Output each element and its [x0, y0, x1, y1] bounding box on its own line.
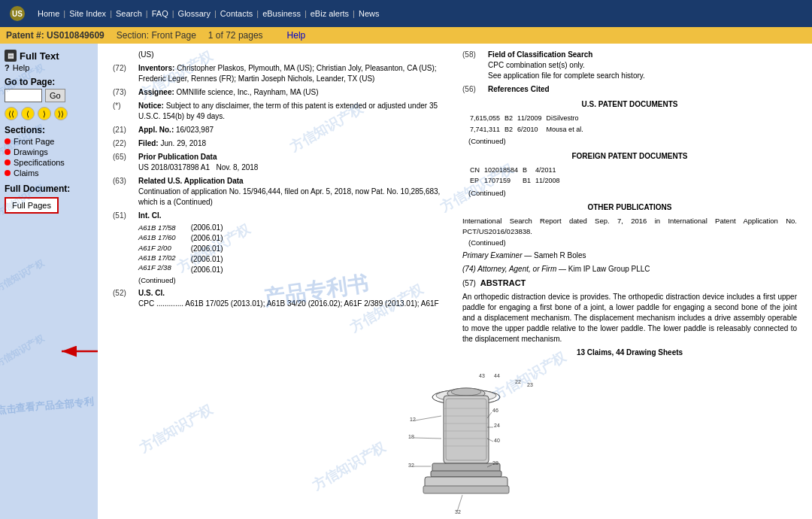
sections-label: Sections: — [5, 125, 93, 135]
svg-text:28: 28 — [492, 460, 498, 466]
us-refs-continued: (Continued) — [468, 136, 797, 146]
sidebar-item-claims[interactable]: Claims — [5, 168, 93, 178]
nav-first-arrow[interactable]: ⟨⟨ — [5, 107, 18, 120]
attorney-name: Kim IP Law Group PLLC — [568, 265, 650, 273]
foreign-ref-row-0: CN 102018584 B 4/2011 — [470, 166, 563, 176]
nav-links: Home | Site Index | Search | FAQ | Gloss… — [35, 9, 382, 18]
assignee-row: (73) Assignee: OMNIlife science, Inc., R… — [113, 87, 447, 98]
sidebar-item-drawings[interactable]: Drawings — [5, 147, 93, 156]
patent-left-col: (US) (72) Inventors: Christopher Plaskos… — [113, 50, 447, 361]
foreign-num-0: 102018584 — [484, 166, 521, 176]
goto-button[interactable]: Go — [45, 89, 65, 102]
inventors-row: (72) Inventors: Christopher Plaskos, Ply… — [113, 63, 447, 84]
nav-next-arrow[interactable]: ⟩ — [38, 107, 51, 120]
refs-num: (56) — [462, 84, 483, 95]
abstract-num: (57) — [462, 278, 476, 289]
field-search-num: (58) — [462, 50, 483, 81]
foreign-country-1: EP — [470, 177, 483, 187]
nav-last-arrow[interactable]: ⟩⟩ — [54, 107, 68, 120]
nav-faq[interactable]: FAQ — [149, 9, 171, 18]
examiner-row: Primary Examiner — Sameh R Boles — [462, 250, 797, 261]
rel-app-content: Related U.S. Application Data Continuati… — [138, 176, 447, 208]
int-cl-code-3: A61B 17/02 — [138, 253, 176, 263]
appl-num: (21) — [113, 125, 134, 135]
svg-text:US: US — [12, 10, 23, 18]
sidebar: 方信知识产权 方信知识产权 方信知识产权 方信知识产权 方信知识产权 ▤ Ful… — [0, 44, 98, 519]
header-help-link[interactable]: Help — [287, 30, 306, 41]
full-pages-button[interactable]: Full Pages — [5, 197, 59, 214]
appl-content: Appl. No.: 16/023,987 — [138, 125, 447, 135]
foreign-type-1: B1 — [523, 177, 534, 187]
sidebar-item-specifications[interactable]: Specifications — [5, 158, 93, 167]
int-cl-content: Int. Cl. A61B 17/58 A61B 17/60 A61F 2/00… — [138, 211, 447, 285]
field-search-text: CPC combination set(s) only. — [488, 61, 585, 69]
nav-news[interactable]: News — [356, 9, 383, 18]
foreign-date-1: 11/2008 — [535, 177, 563, 187]
prior-pub-date: Nov. 8, 2018 — [216, 163, 258, 171]
int-cl-year-2: (2006.01) — [191, 244, 223, 254]
us-cl-content: U.S. Cl. CPC ............. A61B 17/025 (… — [138, 288, 447, 309]
int-cl-classes: A61B 17/58 A61B 17/60 A61F 2/00 A61B 17/… — [138, 223, 447, 275]
patent-content: (US) (72) Inventors: Christopher Plaskos… — [113, 44, 797, 519]
us-ref-num-1: 7,741,311 — [470, 126, 503, 135]
int-cl-row: (51) Int. Cl. A61B 17/58 A61B 17/60 A61F… — [113, 211, 447, 285]
abstract-title: ABSTRACT — [480, 278, 526, 289]
int-cl-code-4: A61F 2/38 — [138, 263, 176, 272]
nav-search[interactable]: Search — [113, 9, 145, 18]
int-cl-code-2: A61F 2/00 — [138, 243, 176, 253]
attorney-label: (74) Attorney, Agent, or Firm — — [462, 265, 566, 273]
svg-text:32: 32 — [408, 463, 414, 468]
assignee-num: (73) — [113, 87, 134, 98]
patent-number-label: Patent #: US010849609 — [6, 30, 105, 41]
svg-text:40: 40 — [494, 438, 500, 443]
us-ref-type-1: B2 — [504, 126, 516, 135]
question-icon: ? — [5, 63, 10, 72]
sidebar-help-link[interactable]: ? Help — [5, 63, 93, 72]
svg-text:12: 12 — [410, 417, 416, 422]
nav-glossary[interactable]: Glossary — [175, 9, 214, 18]
filed-num: (22) — [113, 138, 134, 149]
section-info: Section: Front Page — [117, 30, 196, 41]
header-bar: Patent #: US010849609 Section: Front Pag… — [0, 27, 812, 44]
section-name: Front Page — [151, 30, 195, 41]
appl-value: 16/023,987 — [176, 126, 214, 134]
assignee-text: OMNIlife science, Inc., Raynham, MA (US) — [177, 88, 319, 96]
svg-text:46: 46 — [492, 408, 498, 413]
svg-line-36 — [414, 438, 441, 439]
us-ref-inventor-0: DiSilvestro — [547, 114, 586, 124]
int-cl-year-3: (2006.01) — [191, 254, 223, 265]
nav-ebiz-alerts[interactable]: eBiz alerts — [308, 9, 352, 18]
sidebar-item-front-page[interactable]: Front Page — [5, 137, 93, 146]
nav-site-index[interactable]: Site Index — [66, 9, 109, 18]
dot-icon — [5, 138, 11, 144]
goto-input[interactable] — [5, 89, 42, 102]
full-doc-section: Full Document: Full Pages — [5, 184, 93, 214]
examiner-label: Primary Examiner — — [462, 251, 532, 260]
foreign-refs-table: CN 102018584 B 4/2011 EP 1707159 B1 11/2… — [468, 165, 565, 188]
nav-arrows: ⟨⟨ ⟨ ⟩ ⟩⟩ — [5, 107, 93, 120]
full-text-icon: ▤ — [5, 50, 17, 62]
inventors-num: (72) — [113, 63, 134, 84]
filed-label: Filed: — [138, 139, 159, 147]
us-ref-type-0: B2 — [504, 114, 516, 124]
us-ref-num-0: 7,615,055 — [470, 114, 503, 124]
full-text-button[interactable]: ▤ Full Text — [5, 50, 93, 62]
int-cl-code-0: A61B 17/58 — [138, 223, 176, 232]
patent-two-col: (US) (72) Inventors: Christopher Plaskos… — [113, 50, 797, 361]
nav-ebusiness[interactable]: eBusiness — [259, 9, 304, 18]
dot-icon — [5, 170, 11, 176]
svg-rect-14 — [446, 399, 486, 460]
refs-content: References Cited — [488, 84, 797, 95]
foreign-ref-row-1: EP 1707159 B1 11/2008 — [470, 177, 563, 187]
patent-figure: 43 44 22 23 — [350, 367, 560, 517]
foreign-num-1: 1707159 — [484, 177, 521, 187]
nav-contacts[interactable]: Contacts — [217, 9, 256, 18]
rel-app-label: Related U.S. Application Data — [138, 177, 244, 185]
nav-prev-arrow[interactable]: ⟨ — [21, 107, 35, 120]
nav-home[interactable]: Home — [35, 9, 62, 18]
main-layout: 方信知识产权 方信知识产权 方信知识产权 方信知识产权 方信知识产权 ▤ Ful… — [0, 44, 812, 519]
top-navigation: US Home | Site Index | Search | FAQ | Gl… — [0, 0, 812, 27]
abstract-header: (57) ABSTRACT — [462, 278, 797, 291]
foreign-date-0: 4/2011 — [535, 166, 563, 176]
prior-pub-value: US 2018/0317898 A1 — [138, 163, 210, 171]
